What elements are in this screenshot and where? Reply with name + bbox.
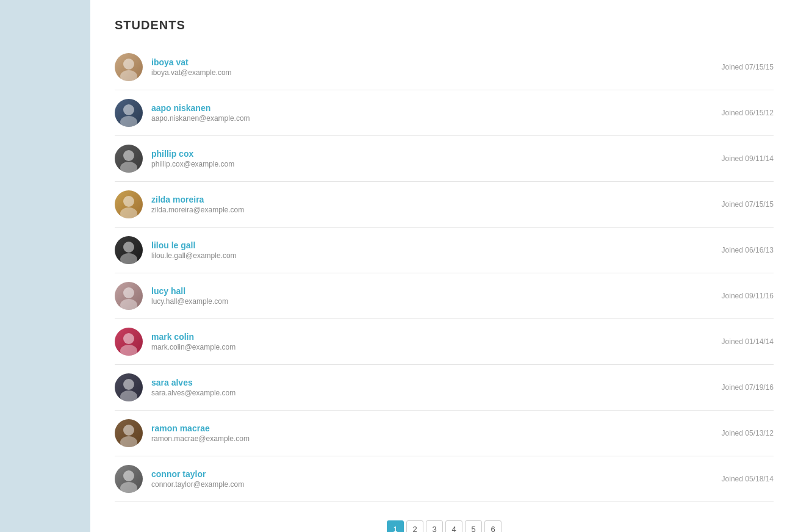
student-left: iboya vat iboya.vat@example.com: [115, 53, 232, 81]
student-left: aapo niskanen aapo.niskanen@example.com: [115, 99, 250, 127]
student-info: lucy hall lucy.hall@example.com: [151, 286, 228, 306]
student-email: zilda.moreira@example.com: [151, 206, 244, 214]
student-email: iboya.vat@example.com: [151, 68, 232, 77]
joined-date: Joined 09/11/14: [722, 154, 774, 163]
svg-point-0: [123, 59, 134, 70]
avatar: [115, 99, 143, 127]
student-item: iboya vat iboya.vat@example.com Joined 0…: [115, 45, 774, 90]
page-button[interactable]: 4: [445, 520, 462, 532]
joined-date: Joined 06/15/12: [722, 109, 774, 117]
student-item: lilou le gall lilou.le.gall@example.com …: [115, 228, 774, 273]
student-item: zilda moreira zilda.moreira@example.com …: [115, 182, 774, 228]
student-left: mark colin mark.colin@example.com: [115, 328, 235, 356]
page-button[interactable]: 5: [465, 520, 482, 532]
svg-point-10: [123, 287, 134, 298]
avatar: [115, 373, 143, 401]
student-info: mark colin mark.colin@example.com: [151, 332, 235, 351]
student-info: sara alves sara.alves@example.com: [151, 378, 235, 397]
student-item: mark colin mark.colin@example.com Joined…: [115, 319, 774, 365]
page-title: STUDENTS: [115, 18, 774, 32]
svg-point-14: [123, 379, 134, 390]
svg-point-19: [120, 482, 137, 493]
avatar: [115, 282, 143, 310]
joined-date: Joined 05/18/14: [722, 475, 774, 483]
page-button[interactable]: 2: [406, 520, 423, 532]
page-button[interactable]: 6: [484, 520, 501, 532]
svg-point-7: [120, 207, 137, 218]
student-info: ramon macrae ramon.macrae@example.com: [151, 423, 250, 443]
student-name[interactable]: sara alves: [151, 378, 235, 387]
student-name[interactable]: connor taylor: [151, 469, 244, 479]
joined-date: Joined 05/13/12: [722, 429, 774, 437]
student-name[interactable]: phillip cox: [151, 149, 234, 159]
svg-point-8: [123, 242, 134, 253]
avatar: [115, 145, 143, 173]
student-list: iboya vat iboya.vat@example.com Joined 0…: [115, 45, 774, 502]
avatar: [115, 419, 143, 447]
student-email: aapo.niskanen@example.com: [151, 114, 250, 123]
avatar: [115, 328, 143, 356]
svg-point-11: [120, 299, 137, 310]
svg-point-9: [120, 253, 137, 264]
student-info: phillip cox phillip.cox@example.com: [151, 149, 234, 168]
student-name[interactable]: aapo niskanen: [151, 103, 250, 113]
student-name[interactable]: ramon macrae: [151, 423, 250, 433]
student-item: phillip cox phillip.cox@example.com Join…: [115, 136, 774, 182]
student-name[interactable]: lucy hall: [151, 286, 228, 296]
svg-point-4: [123, 150, 134, 161]
svg-point-12: [123, 333, 134, 344]
svg-point-15: [120, 390, 137, 401]
student-item: sara alves sara.alves@example.com Joined…: [115, 365, 774, 411]
student-email: lilou.le.gall@example.com: [151, 251, 237, 260]
svg-point-17: [120, 436, 137, 447]
svg-point-2: [123, 104, 134, 115]
student-item: connor taylor connor.taylor@example.com …: [115, 456, 774, 502]
student-email: connor.taylor@example.com: [151, 480, 244, 489]
student-left: connor taylor connor.taylor@example.com: [115, 465, 244, 493]
student-email: mark.colin@example.com: [151, 343, 235, 351]
student-info: lilou le gall lilou.le.gall@example.com: [151, 240, 237, 260]
pagination: 123456: [115, 520, 774, 532]
avatar: [115, 190, 143, 218]
student-email: phillip.cox@example.com: [151, 160, 234, 168]
student-email: ramon.macrae@example.com: [151, 434, 250, 443]
student-item: aapo niskanen aapo.niskanen@example.com …: [115, 90, 774, 136]
student-name[interactable]: mark colin: [151, 332, 235, 342]
svg-point-18: [123, 470, 134, 481]
student-left: lilou le gall lilou.le.gall@example.com: [115, 236, 237, 264]
joined-date: Joined 07/19/16: [722, 383, 774, 392]
joined-date: Joined 07/15/15: [722, 200, 774, 209]
joined-date: Joined 07/15/15: [722, 63, 774, 71]
svg-point-5: [120, 162, 137, 173]
student-name[interactable]: lilou le gall: [151, 240, 237, 250]
page-button[interactable]: 3: [426, 520, 443, 532]
avatar: [115, 465, 143, 493]
student-info: zilda moreira zilda.moreira@example.com: [151, 195, 244, 214]
student-item: ramon macrae ramon.macrae@example.com Jo…: [115, 411, 774, 456]
avatar: [115, 236, 143, 264]
student-info: connor taylor connor.taylor@example.com: [151, 469, 244, 489]
student-left: phillip cox phillip.cox@example.com: [115, 145, 234, 173]
avatar: [115, 53, 143, 81]
main-content: STUDENTS iboya vat iboya.vat@example.com…: [90, 0, 798, 532]
joined-date: Joined 01/14/14: [722, 337, 774, 346]
student-name[interactable]: zilda moreira: [151, 195, 244, 204]
svg-point-3: [120, 116, 137, 127]
svg-point-1: [120, 70, 137, 81]
page-button[interactable]: 1: [387, 520, 404, 532]
student-info: aapo niskanen aapo.niskanen@example.com: [151, 103, 250, 123]
student-info: iboya vat iboya.vat@example.com: [151, 57, 232, 77]
student-left: sara alves sara.alves@example.com: [115, 373, 235, 401]
svg-point-13: [120, 345, 137, 356]
student-email: lucy.hall@example.com: [151, 297, 228, 306]
joined-date: Joined 06/16/13: [722, 246, 774, 254]
student-left: zilda moreira zilda.moreira@example.com: [115, 190, 244, 218]
student-left: ramon macrae ramon.macrae@example.com: [115, 419, 250, 447]
sidebar: [0, 0, 90, 532]
svg-point-6: [123, 196, 134, 207]
joined-date: Joined 09/11/16: [722, 292, 774, 300]
student-email: sara.alves@example.com: [151, 389, 235, 397]
student-item: lucy hall lucy.hall@example.com Joined 0…: [115, 273, 774, 319]
student-name[interactable]: iboya vat: [151, 57, 232, 67]
svg-point-16: [123, 425, 134, 436]
